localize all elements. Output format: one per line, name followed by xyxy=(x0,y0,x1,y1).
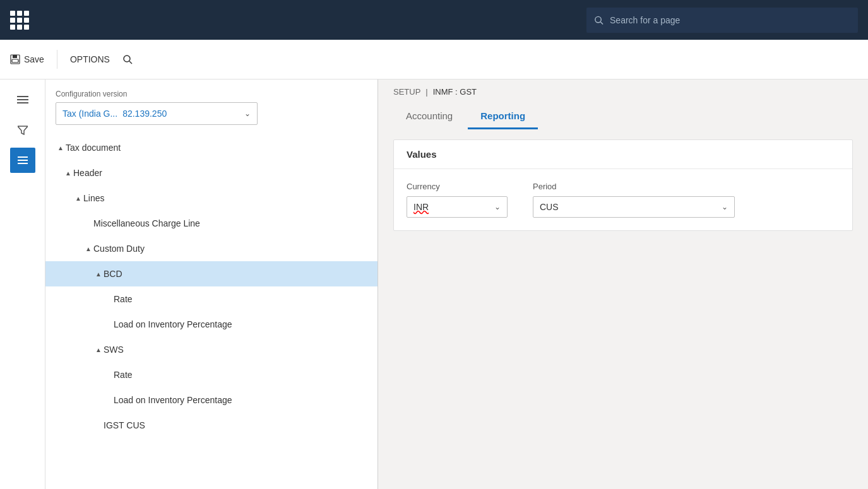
tree-arrow-custom-duty: ▲ xyxy=(83,245,93,252)
apps-icon[interactable] xyxy=(10,11,29,30)
tree-arrow-header: ▲ xyxy=(63,170,73,177)
tree-item-igst-cus[interactable]: IGST CUS xyxy=(45,413,378,438)
currency-field-group: Currency INR ⌄ xyxy=(407,182,508,218)
tree-arrow-bcd: ▲ xyxy=(93,271,104,278)
save-icon xyxy=(10,54,20,64)
values-card: Values Currency INR ⌄ Period CUS ⌄ xyxy=(393,139,853,231)
tree-item-rate-bcd[interactable]: Rate xyxy=(45,286,378,312)
tree-label-igst-cus: IGST CUS xyxy=(104,420,145,430)
toolbar: Save OPTIONS xyxy=(0,40,868,80)
currency-chevron-icon: ⌄ xyxy=(494,203,501,211)
tree-item-custom-duty[interactable]: ▲Custom Duty xyxy=(45,236,378,261)
period-value: CUS xyxy=(540,202,559,212)
currency-dropdown[interactable]: INR ⌄ xyxy=(407,196,508,218)
tree-label-rate-bcd: Rate xyxy=(114,294,133,304)
tree-container: ▲Tax document▲Header▲LinesMiscellaneous … xyxy=(45,135,378,438)
tree-label-lines: Lines xyxy=(83,193,104,203)
breadcrumb-separator: | xyxy=(425,87,427,97)
tree-item-header[interactable]: ▲Header xyxy=(45,160,378,186)
toolbar-divider xyxy=(57,50,57,69)
config-name: Tax (India G... xyxy=(62,109,117,119)
global-search-bar[interactable] xyxy=(586,8,858,33)
icon-sidebar xyxy=(0,80,45,489)
breadcrumb-path: INMF : GST xyxy=(433,87,477,97)
tree-panel: Configuration version Tax (India G... 82… xyxy=(45,80,378,489)
toolbar-search-button[interactable] xyxy=(122,54,133,64)
hamburger-menu-button[interactable] xyxy=(10,87,35,112)
save-button[interactable]: Save xyxy=(10,54,44,64)
filter-icon xyxy=(18,125,28,135)
options-label: OPTIONS xyxy=(70,54,110,64)
period-dropdown[interactable]: CUS ⌄ xyxy=(533,196,735,218)
search-input[interactable] xyxy=(610,15,850,25)
svg-rect-3 xyxy=(13,55,17,58)
config-version-dropdown[interactable]: Tax (India G... 82.139.250 ⌄ xyxy=(56,102,258,125)
period-label: Period xyxy=(533,182,735,191)
svg-point-0 xyxy=(595,16,601,22)
svg-line-6 xyxy=(129,61,132,64)
tree-label-load-inv-sws: Load on Inventory Percentage xyxy=(114,395,232,405)
period-chevron-icon: ⌄ xyxy=(722,203,728,211)
config-version: 82.139.250 xyxy=(122,109,167,119)
list-view-button[interactable] xyxy=(10,148,35,173)
values-card-title: Values xyxy=(394,140,852,169)
tree-item-bcd[interactable]: ▲BCD xyxy=(45,261,378,286)
tree-arrow-sws: ▲ xyxy=(93,346,104,353)
tab-accounting[interactable]: Accounting xyxy=(393,104,465,129)
menu-icon xyxy=(17,95,28,104)
top-bar-left xyxy=(10,11,29,30)
top-navigation-bar xyxy=(0,0,868,40)
tabs-bar: Accounting Reporting xyxy=(378,97,868,129)
tree-label-tax-document: Tax document xyxy=(66,143,121,153)
tree-label-load-inv-bcd: Load on Inventory Percentage xyxy=(114,319,232,329)
svg-rect-4 xyxy=(12,59,18,62)
tree-item-load-inv-sws[interactable]: Load on Inventory Percentage xyxy=(45,387,378,413)
currency-label: Currency xyxy=(407,182,508,191)
tree-label-rate-sws: Rate xyxy=(114,370,133,380)
tree-label-custom-duty: Custom Duty xyxy=(93,244,145,254)
options-button[interactable]: OPTIONS xyxy=(70,54,110,64)
tree-item-misc-charge[interactable]: Miscellaneous Charge Line xyxy=(45,211,378,236)
currency-value: INR xyxy=(413,202,429,212)
breadcrumb: SETUP | INMF : GST xyxy=(378,80,868,97)
save-label: Save xyxy=(24,54,44,64)
tree-item-sws[interactable]: ▲SWS xyxy=(45,337,378,362)
config-label: Configuration version xyxy=(56,90,367,98)
tree-label-bcd: BCD xyxy=(104,269,122,279)
main-layout: Configuration version Tax (India G... 82… xyxy=(0,80,868,489)
breadcrumb-setup: SETUP xyxy=(393,87,420,97)
values-card-body: Currency INR ⌄ Period CUS ⌄ xyxy=(394,169,852,230)
filter-button[interactable] xyxy=(10,117,35,143)
tree-item-lines[interactable]: ▲Lines xyxy=(45,186,378,211)
config-chevron-icon: ⌄ xyxy=(244,109,251,118)
tree-item-rate-sws[interactable]: Rate xyxy=(45,362,378,387)
svg-line-1 xyxy=(600,21,603,24)
svg-marker-10 xyxy=(18,126,28,134)
list-icon xyxy=(18,156,28,165)
tree-item-load-inv-bcd[interactable]: Load on Inventory Percentage xyxy=(45,312,378,337)
config-section: Configuration version Tax (India G... 82… xyxy=(45,90,378,135)
search-icon xyxy=(594,15,603,25)
tab-reporting[interactable]: Reporting xyxy=(468,104,538,129)
tree-label-misc-charge: Miscellaneous Charge Line xyxy=(93,218,200,228)
tree-arrow-tax-document: ▲ xyxy=(56,144,66,151)
period-field-group: Period CUS ⌄ xyxy=(533,182,735,218)
svg-point-5 xyxy=(124,56,130,62)
content-panel: SETUP | INMF : GST Accounting Reporting … xyxy=(378,80,868,489)
tree-label-sws: SWS xyxy=(104,345,124,355)
toolbar-search-icon xyxy=(122,54,133,64)
tree-label-header: Header xyxy=(73,168,102,178)
tree-arrow-lines: ▲ xyxy=(73,195,83,202)
tree-item-tax-document[interactable]: ▲Tax document xyxy=(45,135,378,160)
